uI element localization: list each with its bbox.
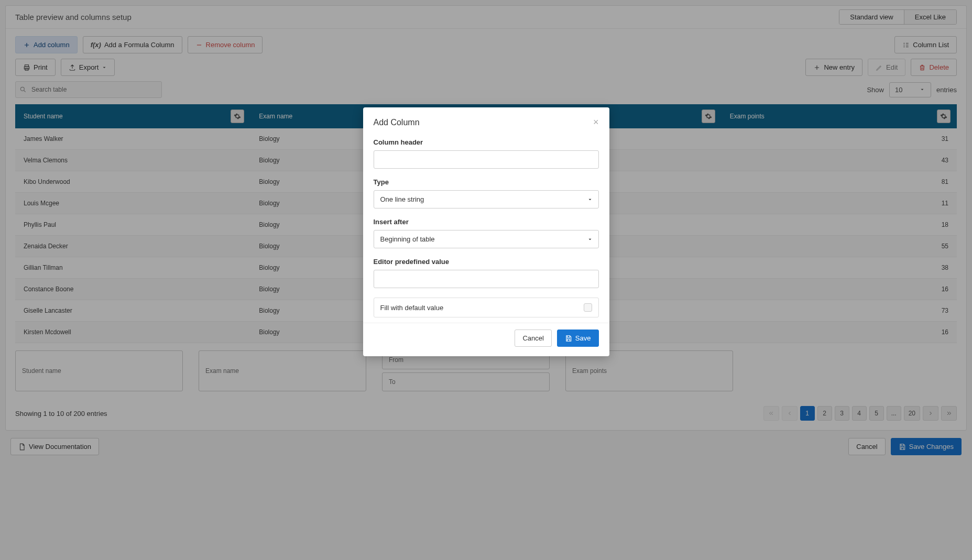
predefined-value-input[interactable] bbox=[374, 270, 599, 288]
insert-after-value: Beginning of table bbox=[380, 235, 435, 243]
insert-after-label: Insert after bbox=[374, 218, 599, 226]
modal-cancel-button[interactable]: Cancel bbox=[515, 330, 551, 347]
modal-overlay[interactable]: Add Column × Column header Type One line… bbox=[0, 0, 972, 560]
predefined-value-label: Editor predefined value bbox=[374, 258, 599, 266]
fill-default-row[interactable]: Fill with default value bbox=[374, 298, 599, 317]
type-label: Type bbox=[374, 178, 599, 186]
close-icon: × bbox=[593, 117, 599, 127]
modal-cancel-label: Cancel bbox=[522, 334, 543, 342]
column-header-input[interactable] bbox=[374, 150, 599, 169]
insert-after-select[interactable]: Beginning of table bbox=[374, 230, 599, 248]
type-value: One line string bbox=[380, 195, 424, 203]
modal-save-label: Save bbox=[575, 334, 591, 342]
modal-title: Add Column bbox=[374, 118, 420, 127]
fill-default-label: Fill with default value bbox=[380, 304, 444, 312]
type-select[interactable]: One line string bbox=[374, 190, 599, 208]
column-header-label: Column header bbox=[374, 138, 599, 146]
modal-close-button[interactable]: × bbox=[593, 117, 599, 128]
add-column-modal: Add Column × Column header Type One line… bbox=[363, 107, 609, 356]
fill-default-checkbox[interactable] bbox=[584, 303, 592, 312]
save-icon bbox=[565, 335, 572, 342]
modal-save-button[interactable]: Save bbox=[557, 330, 599, 347]
